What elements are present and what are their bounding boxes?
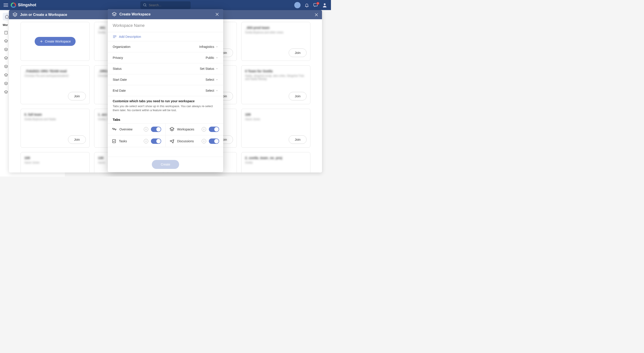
close-icon[interactable] bbox=[314, 13, 318, 17]
workspace-card: 0_full team Svetla Boykova and Nadia Joi… bbox=[20, 109, 90, 148]
svg-point-3 bbox=[144, 4, 146, 6]
tasks-icon bbox=[112, 139, 116, 144]
toggle-switch[interactable] bbox=[151, 127, 161, 132]
workspace-card: 109 Aaron Jones Join bbox=[241, 109, 310, 148]
close-icon[interactable] bbox=[215, 12, 219, 16]
privacy-label: Privacy bbox=[113, 56, 123, 60]
tab-option-tasks: Tasks i bbox=[108, 135, 166, 147]
status-value[interactable]: Set Status bbox=[200, 67, 218, 71]
join-button[interactable]: Join bbox=[289, 92, 306, 100]
organization-row[interactable]: Organization Infragistics bbox=[108, 41, 223, 52]
tab-label: Tasks bbox=[119, 139, 141, 143]
info-icon[interactable]: i bbox=[144, 139, 148, 143]
tabs-heading: Tabs bbox=[108, 115, 223, 123]
chevron-down-icon bbox=[216, 78, 218, 81]
svg-marker-16 bbox=[4, 91, 8, 93]
join-button[interactable]: Join bbox=[289, 135, 306, 144]
top-nav-bar: Slingshot 3 bbox=[0, 0, 331, 10]
card-subtitle: Svetla Boykova and Nadia bbox=[24, 118, 86, 121]
toggle-switch[interactable] bbox=[209, 138, 219, 144]
info-icon[interactable]: i bbox=[202, 139, 206, 143]
card-title: 2_svetla_team_no_proj bbox=[245, 156, 306, 160]
search-input[interactable] bbox=[149, 3, 188, 7]
workspaces-icon bbox=[170, 127, 174, 132]
svg-rect-7 bbox=[5, 31, 8, 34]
chat-icon[interactable]: 3 bbox=[313, 3, 318, 8]
tab-option-workspaces: Workspaces i bbox=[166, 124, 223, 135]
layers-icon bbox=[4, 39, 8, 43]
join-button[interactable]: Join bbox=[68, 92, 86, 100]
overview-icon bbox=[112, 127, 117, 132]
card-title: _Feb2021 ORG TEAM mod bbox=[24, 69, 86, 73]
create-workspace-label: Create Workspace bbox=[45, 40, 71, 43]
workspace-card: 0 Team for Svetla Nadia, slingshot-scrap… bbox=[241, 65, 310, 104]
start-date-value[interactable]: Select bbox=[206, 78, 218, 81]
card-subtitle: Nadia, slingshot-scrap, alex-crites, Sli… bbox=[245, 74, 306, 81]
tab-label: Overview bbox=[120, 128, 141, 131]
wide-modal-title: Join or Create a Workspace bbox=[20, 13, 67, 17]
card-subtitle: Svetla bbox=[245, 161, 306, 164]
svg-marker-22 bbox=[112, 12, 116, 15]
svg-marker-15 bbox=[4, 82, 8, 84]
workspace-name-input[interactable] bbox=[108, 19, 223, 32]
info-icon[interactable]: i bbox=[144, 127, 148, 132]
plus-icon bbox=[40, 40, 43, 43]
inner-modal-header: Create Workspace bbox=[108, 9, 223, 19]
start-date-label: Start Date bbox=[113, 78, 127, 81]
end-date-label: End Date bbox=[113, 89, 126, 92]
tab-label: Workspaces bbox=[177, 128, 199, 131]
hamburger-menu-icon[interactable] bbox=[4, 3, 8, 7]
card-subtitle: Aaron Jones bbox=[24, 161, 86, 164]
svg-marker-28 bbox=[170, 127, 174, 130]
start-date-row[interactable]: Start Date Select bbox=[108, 74, 223, 85]
svg-line-4 bbox=[146, 6, 146, 7]
search-icon bbox=[143, 3, 147, 7]
inner-modal-body: Add Description Organization Infragistic… bbox=[108, 19, 223, 157]
customize-description: Tabs you de-select won't show up in this… bbox=[113, 104, 218, 112]
create-workspace-card: Create Workspace bbox=[20, 22, 90, 61]
app-logo[interactable]: Slingshot bbox=[11, 3, 36, 8]
join-button[interactable]: Join bbox=[68, 135, 86, 144]
card-title: 0_full team bbox=[24, 113, 86, 116]
card-title: 0 Team for Svetla bbox=[245, 69, 306, 73]
toggle-switch[interactable] bbox=[151, 138, 161, 144]
chevron-down-icon bbox=[216, 67, 218, 70]
layers-icon bbox=[4, 82, 8, 86]
card-subtitle: Christian Pla and workspacestudent2 bbox=[24, 74, 86, 77]
user-menu-icon[interactable] bbox=[322, 3, 327, 8]
card-title: 109 bbox=[245, 113, 306, 116]
org-avatar[interactable] bbox=[294, 2, 300, 8]
text-lines-icon bbox=[113, 35, 117, 39]
join-button[interactable]: Join bbox=[289, 49, 306, 57]
chat-badge: 3 bbox=[316, 2, 319, 5]
svg-marker-13 bbox=[4, 65, 8, 67]
add-description-button[interactable]: Add Description bbox=[108, 32, 223, 41]
layers-icon bbox=[4, 65, 8, 69]
privacy-value[interactable]: Public bbox=[206, 56, 218, 60]
info-icon[interactable]: i bbox=[202, 127, 206, 132]
inner-modal-title: Create Workspace bbox=[120, 12, 150, 16]
organization-label: Organization bbox=[113, 45, 130, 49]
chevron-down-icon bbox=[216, 56, 218, 59]
status-label: Status bbox=[113, 67, 122, 71]
status-row[interactable]: Status Set Status bbox=[108, 63, 223, 74]
discussions-icon bbox=[170, 139, 174, 144]
workspace-card: 109 Aaron Jones Join bbox=[20, 152, 90, 172]
end-date-value[interactable]: Select bbox=[206, 89, 218, 92]
workspace-card: _003 pred team Svetla Boykova and other … bbox=[241, 22, 310, 61]
create-button[interactable]: Create bbox=[152, 160, 179, 169]
global-search[interactable] bbox=[140, 1, 191, 9]
toggle-switch[interactable] bbox=[209, 127, 219, 132]
end-date-row[interactable]: End Date Select bbox=[108, 85, 223, 96]
customize-section: Customize which tabs you need to run you… bbox=[108, 96, 223, 115]
layers-icon bbox=[112, 12, 117, 17]
topbar-right: 3 bbox=[294, 2, 327, 8]
create-workspace-button[interactable]: Create Workspace bbox=[35, 37, 76, 46]
organization-value[interactable]: Infragistics bbox=[199, 45, 218, 49]
svg-marker-17 bbox=[13, 13, 17, 15]
layers-icon bbox=[4, 90, 8, 94]
tab-label: Discussions bbox=[177, 139, 199, 143]
privacy-row[interactable]: Privacy Public bbox=[108, 52, 223, 63]
notifications-icon[interactable] bbox=[304, 3, 309, 8]
layers-icon bbox=[4, 73, 8, 77]
